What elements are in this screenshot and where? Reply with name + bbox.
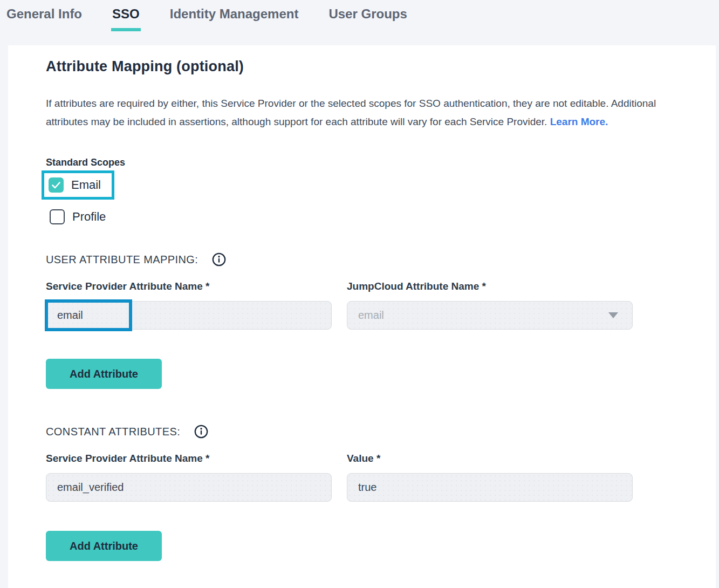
constant-value-label: Value * [347,453,633,464]
sso-attribute-mapping-panel: Attribute Mapping (optional) If attribut… [8,45,716,588]
constant-attributes-heading: CONSTANT ATTRIBUTES: [46,425,716,439]
profile-scope-row: Profile [50,209,716,224]
add-constant-attribute-button[interactable]: Add Attribute [46,531,162,561]
info-icon[interactable] [194,425,208,439]
user-attribute-mapping-heading: USER ATTRIBUTE MAPPING: [46,252,716,266]
user-attribute-mapping-title: USER ATTRIBUTE MAPPING: [46,254,198,266]
jumpcloud-attribute-placeholder: email [358,309,384,322]
checkmark-icon [51,180,61,190]
tab-sso[interactable]: SSO [111,6,141,31]
email-checkbox[interactable] [49,177,64,193]
tab-bar: General Info SSO Identity Management Use… [0,0,719,45]
chevron-down-icon [608,312,618,318]
tab-general-info[interactable]: General Info [5,6,83,31]
add-user-attribute-button[interactable]: Add Attribute [46,359,162,389]
profile-checkbox-label: Profile [72,210,106,224]
standard-scopes-label: Standard Scopes [46,157,716,168]
jumpcloud-attribute-name-label: JumpCloud Attribute Name * [347,281,633,292]
info-icon[interactable] [212,252,226,266]
description-text: If attributes are required by either, th… [46,94,669,131]
constant-value-input[interactable] [347,473,633,502]
sp-attribute-name-input[interactable] [46,301,332,330]
constant-sp-attribute-name-input[interactable] [46,473,332,502]
email-checkbox-label: Email [71,178,101,192]
learn-more-link[interactable]: Learn More. [550,116,608,127]
email-scope-highlight-box: Email [42,170,114,200]
page-title: Attribute Mapping (optional) [46,58,716,75]
sp-attribute-name-label: Service Provider Attribute Name * [46,281,332,292]
constant-sp-attribute-name-label: Service Provider Attribute Name * [46,453,332,464]
profile-checkbox[interactable] [50,209,65,224]
constant-attributes-title: CONSTANT ATTRIBUTES: [46,426,180,438]
email-scope-row: Email [49,177,101,193]
tab-identity-management[interactable]: Identity Management [169,6,300,31]
jumpcloud-attribute-select[interactable]: email [347,301,633,330]
tab-user-groups[interactable]: User Groups [327,6,408,31]
